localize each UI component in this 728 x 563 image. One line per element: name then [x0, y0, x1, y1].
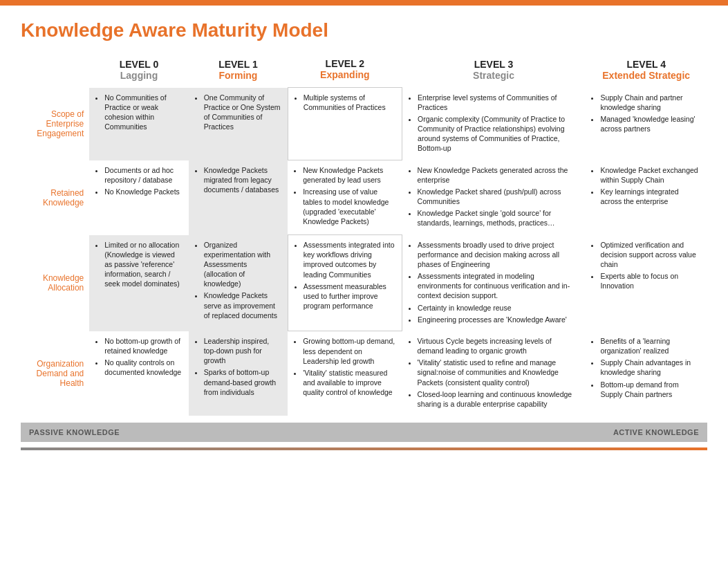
active-knowledge-label: ACTIVE KNOWLEDGE: [613, 428, 699, 436]
row-label-2: Knowledge Allocation: [21, 235, 89, 331]
level1-name: Forming: [193, 70, 283, 81]
table-body: Scope of Enterprise EngagementNo Communi…: [21, 88, 707, 416]
table-row: Scope of Enterprise EngagementNo Communi…: [21, 88, 707, 160]
cell-r0-c1: One Community of Practice or One System …: [189, 88, 288, 160]
header-level3: LEVEL 3 Strategic: [402, 54, 586, 88]
level4-name: Extended Strategic: [589, 70, 703, 81]
cell-r1-c3: New Knowledge Packets generated across t…: [402, 160, 586, 235]
cell-r1-c4: Knowledge Packet exchanged within Supply…: [585, 160, 707, 235]
level0-number: LEVEL 0: [93, 59, 184, 70]
passive-knowledge-label: PASSIVE KNOWLEDGE: [29, 428, 120, 436]
container: Knowledge Aware Maturity Model LEVEL 0 L…: [0, 6, 728, 457]
cell-r3-c3: Virtuous Cycle begets increasing levels …: [402, 331, 586, 416]
matrix-wrap: LEVEL 0 Lagging LEVEL 1 Forming LEVEL 2 …: [21, 54, 707, 416]
header-level1: LEVEL 1 Forming: [189, 54, 288, 88]
top-bar: [0, 0, 728, 6]
header-level2: LEVEL 2 Expanding: [288, 54, 402, 88]
level1-number: LEVEL 1: [193, 59, 283, 70]
cell-r2-c0: Limited or no allocation (Knowledge is v…: [89, 235, 188, 331]
table-row: Knowledge AllocationLimited or no alloca…: [21, 235, 707, 331]
level3-number: LEVEL 3: [407, 59, 581, 70]
cell-r2-c2: Assessments integrated into key workflow…: [288, 235, 402, 331]
level0-name: Lagging: [93, 70, 184, 81]
level2-number: LEVEL 2: [292, 58, 398, 69]
header-level4: LEVEL 4 Extended Strategic: [585, 54, 707, 88]
header-row: LEVEL 0 Lagging LEVEL 1 Forming LEVEL 2 …: [21, 54, 707, 88]
cell-r3-c2: Growing bottom-up demand, less dependent…: [288, 331, 402, 416]
page-title: Knowledge Aware Maturity Model: [21, 19, 707, 41]
cell-r1-c0: Documents or ad hoc repository / databas…: [89, 160, 188, 235]
level3-name: Strategic: [407, 70, 581, 81]
table-row: Organization Demand and HealthNo bottom-…: [21, 331, 707, 416]
table-row: Retained KnowledgeDocuments or ad hoc re…: [21, 160, 707, 235]
level2-name: Expanding: [292, 69, 398, 80]
cell-r1-c2: New Knowledge Packets generated by lead …: [288, 160, 402, 235]
cell-r1-c1: Knowledge Packets migrated from legacy d…: [189, 160, 288, 235]
row-label-1: Retained Knowledge: [21, 160, 89, 235]
bottom-bar: PASSIVE KNOWLEDGE ACTIVE KNOWLEDGE: [21, 423, 707, 446]
cell-r2-c3: Assessments broadly used to drive projec…: [402, 235, 586, 331]
cell-r3-c1: Leadership inspired, top-down push for g…: [189, 331, 288, 416]
cell-r0-c3: Enterprise level systems of Communities …: [402, 88, 586, 160]
cell-r0-c2: Multiple systems of Communities of Pract…: [288, 88, 402, 160]
cell-r2-c4: Optimized verification and decision supp…: [585, 235, 707, 331]
cell-r2-c1: Organized experimentation with Assessmen…: [189, 235, 288, 331]
cell-r0-c4: Supply Chain and partner knowledge shari…: [585, 88, 707, 160]
header-level0: LEVEL 0 Lagging: [89, 54, 188, 88]
gradient-bar: [21, 447, 707, 450]
cell-r3-c4: Benefits of a 'learning organization' re…: [585, 331, 707, 416]
header-empty: [21, 54, 89, 88]
maturity-table: LEVEL 0 Lagging LEVEL 1 Forming LEVEL 2 …: [21, 54, 707, 416]
row-label-0: Scope of Enterprise Engagement: [21, 88, 89, 160]
cell-r0-c0: No Communities of Practice or weak cohes…: [89, 88, 188, 160]
bottom-bar-inner: PASSIVE KNOWLEDGE ACTIVE KNOWLEDGE: [21, 423, 707, 442]
level4-number: LEVEL 4: [589, 59, 703, 70]
cell-r3-c0: No bottom-up growth of retained knowledg…: [89, 331, 188, 416]
row-label-3: Organization Demand and Health: [21, 331, 89, 416]
